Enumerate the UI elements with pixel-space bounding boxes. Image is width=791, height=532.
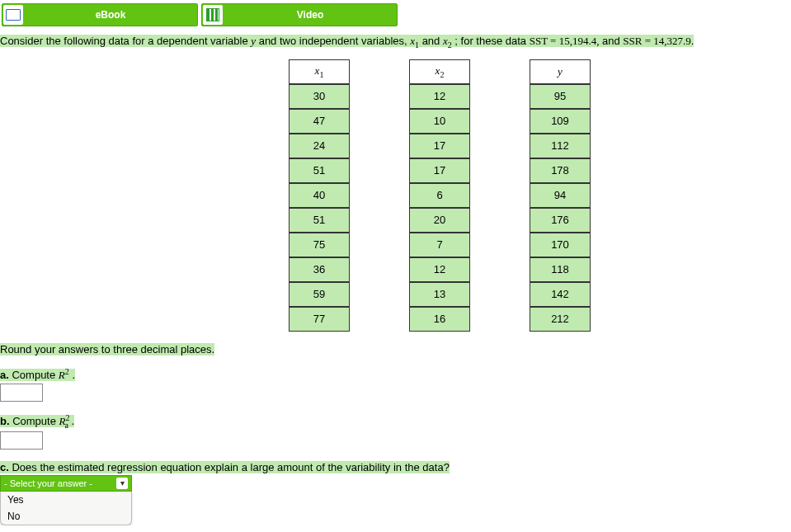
cell-x1: 51 <box>289 208 350 233</box>
cell-x1: 40 <box>289 183 350 208</box>
ebook-button[interactable]: eBook <box>2 3 198 26</box>
top-bar: eBook Video <box>0 0 791 30</box>
cell-x1: 75 <box>289 233 350 257</box>
cell-x1: 47 <box>289 109 350 134</box>
answer-a-input[interactable] <box>0 384 43 402</box>
cell-y: 142 <box>530 282 591 307</box>
cell-y: 170 <box>530 233 591 257</box>
data-table: x1 x2 y 30129547101092417112511717840694… <box>289 59 591 332</box>
table-row: 5117178 <box>289 158 591 183</box>
cell-x2: 20 <box>409 208 470 233</box>
cell-x1: 51 <box>289 158 350 183</box>
answer-c-select[interactable]: - Select your answer - ▾ YesNo <box>0 475 132 525</box>
answer-b-input[interactable] <box>0 431 43 450</box>
cell-x2: 17 <box>409 134 470 158</box>
select-option[interactable]: No <box>1 508 131 525</box>
cell-y: 109 <box>530 109 591 134</box>
round-instruction: Round your answers to three decimal plac… <box>0 343 791 355</box>
select-option[interactable]: Yes <box>1 492 131 508</box>
col-x2-header: x2 <box>409 59 470 84</box>
ebook-label: eBook <box>24 9 197 21</box>
video-label: Video <box>224 9 397 21</box>
cell-y: 94 <box>530 183 591 208</box>
table-row: 7716212 <box>289 307 591 332</box>
video-icon <box>203 5 223 25</box>
part-a: a. Compute R2 . <box>0 367 791 402</box>
cell-x1: 36 <box>289 257 350 282</box>
cell-x1: 59 <box>289 282 350 307</box>
table-row: 4710109 <box>289 109 591 134</box>
cell-x2: 6 <box>409 183 470 208</box>
table-row: 757170 <box>289 233 591 257</box>
cell-x2: 7 <box>409 233 470 257</box>
cell-y: 178 <box>530 158 591 183</box>
cell-y: 176 <box>530 208 591 233</box>
book-icon <box>3 5 23 25</box>
cell-x1: 30 <box>289 84 350 109</box>
cell-x2: 12 <box>409 257 470 282</box>
col-y-header: y <box>530 59 591 84</box>
question-text: Consider the following data for a depend… <box>0 30 791 53</box>
table-row: 5913142 <box>289 282 591 307</box>
video-button[interactable]: Video <box>201 3 398 26</box>
cell-y: 112 <box>530 134 591 158</box>
cell-y: 212 <box>530 307 591 332</box>
cell-x2: 10 <box>409 109 470 134</box>
cell-x1: 77 <box>289 307 350 332</box>
part-b: b. Compute R2a . <box>0 413 791 450</box>
table-row: 2417112 <box>289 134 591 158</box>
cell-x2: 17 <box>409 158 470 183</box>
cell-x2: 12 <box>409 84 470 109</box>
select-options: YesNo <box>0 492 132 525</box>
table-row: 301295 <box>289 84 591 109</box>
cell-y: 95 <box>530 84 591 109</box>
select-placeholder: - Select your answer - <box>4 478 92 488</box>
cell-x2: 13 <box>409 282 470 307</box>
cell-y: 118 <box>530 257 591 282</box>
select-header[interactable]: - Select your answer - ▾ <box>0 475 132 492</box>
table-row: 40694 <box>289 183 591 208</box>
table-row: 5120176 <box>289 208 591 233</box>
col-x1-header: x1 <box>289 59 350 84</box>
table-row: 3612118 <box>289 257 591 282</box>
chevron-down-icon: ▾ <box>116 478 128 489</box>
cell-x2: 16 <box>409 307 470 332</box>
part-c: c. Does the estimated regression equatio… <box>0 461 791 525</box>
cell-x1: 24 <box>289 134 350 158</box>
